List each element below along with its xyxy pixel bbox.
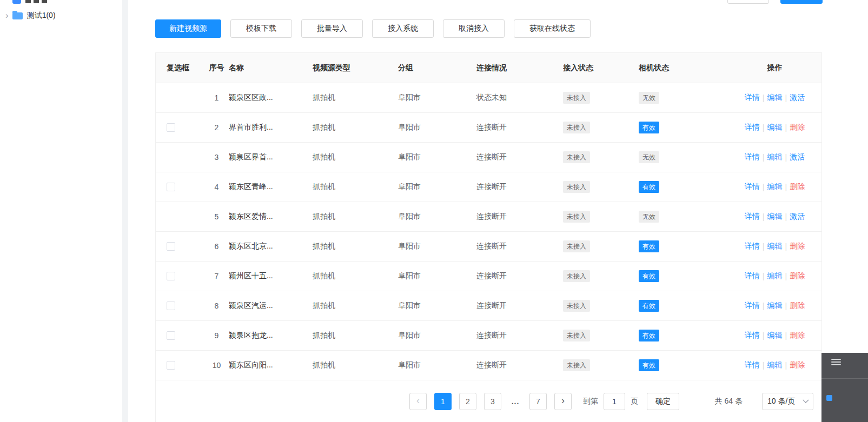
action-link[interactable]: 激活 [790, 152, 805, 162]
cell-camera-status: 无效 [639, 151, 728, 163]
page-size-select[interactable]: 10 条/页 [762, 393, 813, 410]
cell-conn: 连接断开 [476, 242, 563, 251]
page-jump-input[interactable] [604, 393, 625, 410]
action-link[interactable]: 详情 [745, 93, 760, 103]
cell-index: 3 [204, 153, 229, 162]
action-link[interactable]: 编辑 [767, 301, 783, 311]
action-link[interactable]: 编辑 [767, 152, 783, 162]
cell-access-status: 未接入 [563, 122, 639, 133]
toolbar-button[interactable]: 模板下载 [230, 19, 292, 38]
toolbar-button[interactable]: 获取在线状态 [514, 19, 591, 38]
action-link[interactable]: 删除 [790, 360, 805, 370]
action-link[interactable]: 删除 [790, 242, 805, 251]
cell-conn: 连接断开 [476, 152, 563, 162]
action-link[interactable]: 删除 [790, 331, 805, 340]
topbar-partial-primary-button[interactable] [780, 0, 823, 4]
row-checkbox[interactable] [167, 183, 175, 191]
action-separator: | [763, 123, 765, 132]
action-link[interactable]: 编辑 [767, 123, 783, 132]
cell-group: 阜阳市 [398, 212, 476, 222]
cell-access-status: 未接入 [563, 92, 639, 104]
action-link[interactable]: 编辑 [767, 242, 783, 251]
topbar-partial-button[interactable] [727, 0, 769, 4]
table-row: 10颍东区向阳...抓拍机阜阳市连接断开未接入有效详情|编辑|删除 [156, 350, 821, 380]
page-number-button[interactable]: 7 [529, 393, 547, 410]
cell-checkbox [156, 183, 204, 191]
chevron-right-icon[interactable]: › [5, 11, 9, 20]
action-link[interactable]: 详情 [745, 212, 760, 222]
action-link[interactable]: 删除 [790, 123, 805, 132]
cell-camera-status: 无效 [639, 211, 728, 223]
row-checkbox[interactable] [167, 361, 175, 370]
page-number-button[interactable]: 1 [434, 393, 452, 410]
page-size-value: 10 条/页 [767, 397, 795, 406]
action-link[interactable]: 详情 [745, 331, 760, 340]
page-ellipsis[interactable]: ... [509, 397, 522, 406]
action-link[interactable]: 详情 [745, 301, 760, 311]
action-link[interactable]: 删除 [790, 271, 805, 281]
row-checkbox[interactable] [167, 242, 175, 251]
toolbar-button[interactable]: 接入系统 [372, 19, 434, 38]
cell-name: 颍东区向阳... [229, 360, 313, 370]
table-row: 6颍东区北京...抓拍机阜阳市连接断开未接入有效详情|编辑|删除 [156, 231, 821, 261]
action-link[interactable]: 详情 [745, 271, 760, 281]
action-link[interactable]: 详情 [745, 360, 760, 370]
page-number-button[interactable]: 3 [484, 393, 501, 410]
action-separator: | [785, 183, 787, 191]
cell-type: 抓拍机 [313, 360, 398, 370]
table-row: 1颍泉区区政...抓拍机阜阳市状态未知未接入无效详情|编辑|激活 [156, 83, 821, 112]
action-separator: | [763, 272, 765, 280]
widget-accent-icon[interactable] [826, 395, 832, 401]
cell-group: 阜阳市 [398, 242, 476, 251]
action-link[interactable]: 详情 [745, 123, 760, 132]
page-root: { "colors": { "primary": "#1890ff", "dan… [0, 0, 868, 422]
action-link[interactable]: 删除 [790, 182, 805, 192]
table-row: 3颍泉区界首...抓拍机阜阳市连接断开未接入无效详情|编辑|激活 [156, 142, 821, 172]
row-checkbox[interactable] [167, 331, 175, 340]
cell-actions: 详情|编辑|删除 [728, 123, 821, 132]
sidebar-scroll-track[interactable] [122, 0, 128, 422]
action-link[interactable]: 编辑 [767, 93, 783, 103]
action-link[interactable]: 详情 [745, 182, 760, 192]
row-checkbox[interactable] [167, 272, 175, 280]
floating-widget[interactable] [821, 353, 868, 422]
cell-name: 颍泉区界首... [229, 152, 313, 162]
cell-name: 颍泉区抱龙... [229, 331, 313, 340]
cell-group: 阜阳市 [398, 360, 476, 370]
action-link[interactable]: 编辑 [767, 271, 783, 281]
cell-type: 抓拍机 [313, 331, 398, 340]
row-checkbox[interactable] [167, 302, 175, 310]
toolbar-button[interactable]: 取消接入 [443, 19, 505, 38]
sidebar-partial-item[interactable]: › [5, 0, 50, 5]
action-link[interactable]: 激活 [790, 93, 805, 103]
camera-status-badge: 有效 [639, 359, 659, 371]
prev-page-button[interactable]: ‹ [409, 393, 427, 410]
cell-name: 颍泉区区政... [229, 93, 313, 103]
action-link[interactable]: 激活 [790, 212, 805, 222]
cell-access-status: 未接入 [563, 211, 639, 223]
cell-group: 阜阳市 [398, 271, 476, 281]
action-link[interactable]: 详情 [745, 152, 760, 162]
action-link[interactable]: 编辑 [767, 212, 783, 222]
menu-icon[interactable] [831, 359, 841, 367]
next-page-button[interactable]: › [554, 393, 572, 410]
row-checkbox[interactable] [167, 123, 175, 132]
sidebar-item-test1[interactable]: › 测试1(0) [5, 9, 56, 23]
cell-index: 4 [204, 183, 229, 191]
action-link[interactable]: 编辑 [767, 331, 783, 340]
action-link[interactable]: 编辑 [767, 360, 783, 370]
action-link[interactable]: 详情 [745, 242, 760, 251]
toolbar-button[interactable]: 新建视频源 [155, 19, 221, 38]
action-separator: | [763, 302, 765, 310]
action-link[interactable]: 删除 [790, 301, 805, 311]
table-row: 2界首市胜利...抓拍机阜阳市连接断开未接入有效详情|编辑|删除 [156, 112, 821, 142]
action-link[interactable]: 编辑 [767, 182, 783, 192]
action-separator: | [763, 361, 765, 370]
cell-type: 抓拍机 [313, 212, 398, 222]
cell-group: 阜阳市 [398, 123, 476, 132]
toolbar-button[interactable]: 批量导入 [301, 19, 363, 38]
cell-index: 2 [204, 123, 229, 132]
confirm-button[interactable]: 确定 [647, 393, 679, 410]
cell-conn: 连接断开 [476, 360, 563, 370]
page-number-button[interactable]: 2 [459, 393, 476, 410]
